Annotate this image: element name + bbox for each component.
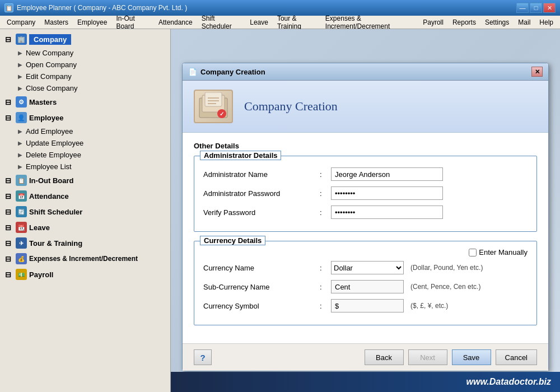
dialog-header-icon: ✓ bbox=[194, 90, 233, 123]
sidebar-item-delete-employee[interactable]: ▶ Delete Employee bbox=[13, 149, 170, 161]
tour-group-icon: ✈ bbox=[16, 237, 27, 249]
sidebar-item-edit-company[interactable]: ▶ Edit Company bbox=[13, 71, 170, 82]
sidebar-group-tour[interactable]: ⊟ ✈ Tour & Training bbox=[0, 235, 170, 251]
bullet-icon: ▶ bbox=[18, 50, 22, 56]
employee-list-label: Employee List bbox=[26, 162, 72, 171]
menu-tour[interactable]: Tour & Training bbox=[273, 13, 321, 31]
sidebar-item-employee-list[interactable]: ▶ Employee List bbox=[13, 161, 170, 172]
masters-group-label: Masters bbox=[29, 98, 57, 106]
sub-currency-input[interactable] bbox=[331, 280, 404, 293]
minimize-button[interactable]: — bbox=[516, 3, 529, 13]
menu-payroll[interactable]: Payroll bbox=[418, 17, 448, 27]
dialog-close-button[interactable]: ✕ bbox=[531, 67, 543, 77]
sub-currency-hint: (Cent, Pence, Cen etc.) bbox=[410, 283, 480, 291]
sidebar-group-leave[interactable]: ⊟ 📆 Leave bbox=[0, 220, 170, 235]
sidebar-item-new-company[interactable]: ▶ New Company bbox=[13, 47, 170, 59]
close-company-label: Close Company bbox=[26, 84, 78, 92]
sidebar-item-update-employee[interactable]: ▶ Update Employee bbox=[13, 137, 170, 149]
sidebar-group-shift[interactable]: ⊟ 🔄 Shift Scheduler bbox=[0, 204, 170, 220]
sidebar-group-employee[interactable]: ⊟ 👤 Employee bbox=[0, 110, 170, 125]
employee-group-icon: 👤 bbox=[16, 112, 27, 123]
admin-name-row: Administrator Name : bbox=[203, 167, 528, 181]
currency-details-section: Currency Details Enter Manually Currency… bbox=[194, 241, 537, 325]
menu-inout[interactable]: In-Out Board bbox=[111, 13, 154, 31]
company-expand-icon: ⊟ bbox=[2, 34, 13, 45]
sidebar-group-payroll[interactable]: ⊟ 💵 Payroll bbox=[0, 267, 170, 282]
sidebar-item-close-company[interactable]: ▶ Close Company bbox=[13, 82, 170, 94]
admin-password-input[interactable] bbox=[331, 186, 443, 200]
dialog-header: ✓ Company Creation bbox=[183, 81, 548, 133]
maximize-button[interactable]: □ bbox=[530, 3, 542, 13]
menu-company[interactable]: Company bbox=[2, 17, 40, 27]
menu-leave[interactable]: Leave bbox=[245, 17, 273, 27]
window-title: Employee Planner ( Company - ABC Company… bbox=[17, 4, 187, 12]
menu-attendance[interactable]: Attendance bbox=[154, 17, 197, 27]
menu-reports[interactable]: Reports bbox=[448, 17, 480, 27]
save-button[interactable]: Save bbox=[452, 349, 491, 365]
bullet-icon: ▶ bbox=[18, 62, 22, 68]
open-company-label: Open Company bbox=[26, 60, 77, 69]
help-button[interactable]: ? bbox=[194, 349, 212, 365]
company-creation-dialog: 📄 Company Creation ✕ ✓ bbox=[182, 63, 549, 371]
bullet-icon: ▶ bbox=[18, 128, 22, 134]
bullet-icon: ▶ bbox=[18, 140, 22, 146]
admin-section-title: Administrator Details bbox=[200, 151, 281, 160]
tour-group-label: Tour & Training bbox=[29, 239, 82, 248]
sidebar-group-attendance[interactable]: ⊟ 📅 Attendance bbox=[0, 188, 170, 204]
expenses-group-icon: 💰 bbox=[16, 253, 27, 264]
shift-group-label: Shift Scheduler bbox=[29, 208, 82, 216]
sidebar-group-masters[interactable]: ⊟ ⚙ Masters bbox=[0, 94, 170, 110]
svg-text:✓: ✓ bbox=[220, 111, 224, 117]
close-button[interactable]: ✕ bbox=[543, 3, 556, 13]
dialog-body: Other Details Administrator Details Admi… bbox=[183, 133, 548, 343]
menu-mail[interactable]: Mail bbox=[514, 17, 535, 27]
currency-name-row: Currency Name : Dollar Pound Yen Euro (D… bbox=[203, 261, 528, 274]
menu-shift[interactable]: Shift Scheduler bbox=[197, 13, 246, 31]
menu-expenses[interactable]: Expenses & Increment/Decrement bbox=[321, 13, 418, 31]
sidebar-item-add-employee[interactable]: ▶ Add Employee bbox=[13, 125, 170, 137]
inout-expand-icon: ⊟ bbox=[2, 175, 13, 186]
verify-password-row: Verify Password : bbox=[203, 206, 528, 219]
svg-rect-2 bbox=[205, 92, 222, 106]
attendance-expand-icon: ⊟ bbox=[2, 190, 13, 202]
tour-expand-icon: ⊟ bbox=[2, 237, 13, 249]
verify-password-input[interactable] bbox=[331, 206, 443, 219]
back-button[interactable]: Back bbox=[365, 349, 404, 365]
sidebar-group-expenses[interactable]: ⊟ 💰 Expenses & Increment/Decrement bbox=[0, 251, 170, 267]
other-details-label: Other Details bbox=[194, 142, 537, 150]
dialog-icon: 📄 bbox=[188, 68, 197, 76]
dialog-title: Company Creation bbox=[200, 68, 265, 76]
app-icon: 📋 bbox=[4, 3, 13, 12]
shift-group-icon: 🔄 bbox=[16, 206, 27, 217]
sidebar-group-inout[interactable]: ⊟ 📋 In-Out Board bbox=[0, 172, 170, 188]
menu-settings[interactable]: Settings bbox=[480, 17, 514, 27]
bullet-icon: ▶ bbox=[18, 85, 22, 91]
delete-employee-label: Delete Employee bbox=[26, 151, 81, 159]
admin-details-section: Administrator Details Administrator Name… bbox=[194, 156, 537, 232]
admin-name-input[interactable] bbox=[331, 167, 443, 181]
bullet-icon: ▶ bbox=[18, 164, 22, 170]
leave-group-icon: 📆 bbox=[16, 222, 27, 233]
menu-help[interactable]: Help bbox=[535, 17, 558, 27]
admin-password-row: Administrator Password : bbox=[203, 186, 528, 200]
cancel-button[interactable]: Cancel bbox=[496, 349, 537, 365]
next-button[interactable]: Next bbox=[408, 349, 447, 365]
sidebar-item-open-company[interactable]: ▶ Open Company bbox=[13, 59, 170, 71]
currency-name-select[interactable]: Dollar Pound Yen Euro bbox=[331, 261, 404, 274]
menu-employee[interactable]: Employee bbox=[73, 17, 111, 27]
website-url: www.Datadoctor.biz bbox=[466, 377, 551, 387]
dialog-title-bar: 📄 Company Creation ✕ bbox=[183, 63, 548, 81]
employee-group-label: Employee bbox=[29, 114, 63, 122]
payroll-expand-icon: ⊟ bbox=[2, 269, 13, 280]
menu-masters[interactable]: Masters bbox=[40, 17, 73, 27]
bullet-icon: ▶ bbox=[18, 73, 22, 80]
new-company-label: New Company bbox=[26, 49, 73, 57]
dialog-footer: ? Back Next Save Cancel bbox=[183, 343, 548, 371]
currency-symbol-input[interactable] bbox=[331, 299, 404, 312]
enter-manually-checkbox[interactable] bbox=[469, 249, 477, 256]
sidebar-group-company[interactable]: ⊟ 🏢 Company bbox=[0, 31, 170, 47]
edit-company-label: Edit Company bbox=[26, 72, 72, 81]
employee-expand-icon: ⊟ bbox=[2, 112, 13, 123]
enter-manually-label: Enter Manually bbox=[479, 248, 528, 256]
expenses-group-label: Expenses & Increment/Decrement bbox=[29, 255, 138, 263]
